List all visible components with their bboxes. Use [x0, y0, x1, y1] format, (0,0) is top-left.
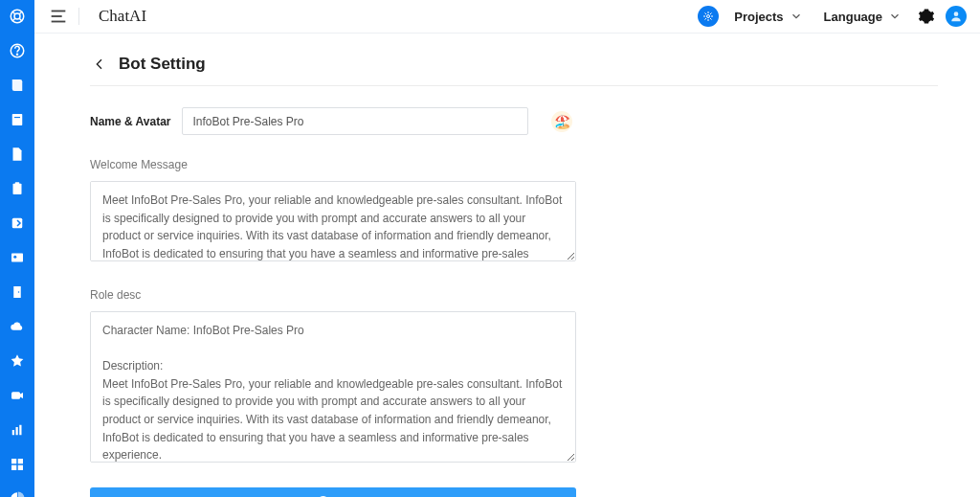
svg-line-5 [19, 18, 22, 21]
svg-rect-23 [11, 465, 16, 470]
bot-name-input[interactable] [182, 107, 528, 135]
svg-rect-24 [18, 465, 23, 470]
bot-avatar-preview[interactable]: 🏖️ [551, 111, 572, 132]
book-icon[interactable] [9, 77, 26, 94]
content-area: Bot Setting Name & Avatar 🏖️ Welcome Mes… [34, 34, 980, 497]
svg-rect-15 [13, 286, 21, 298]
language-label: Language [824, 10, 882, 24]
projects-dropdown[interactable]: Projects [728, 10, 808, 24]
chevron-down-icon [888, 10, 902, 23]
svg-rect-20 [19, 425, 21, 436]
svg-rect-22 [18, 459, 23, 463]
svg-rect-19 [16, 427, 18, 435]
contact-card-icon[interactable] [9, 249, 26, 266]
svg-line-4 [12, 18, 15, 21]
pie-chart-icon[interactable] [9, 490, 26, 497]
svg-rect-21 [11, 459, 16, 463]
life-ring-icon[interactable] [9, 8, 26, 25]
name-avatar-label: Name & Avatar [90, 115, 170, 128]
svg-line-2 [12, 11, 15, 14]
svg-point-29 [954, 11, 959, 16]
svg-rect-9 [14, 117, 20, 118]
svg-rect-10 [13, 184, 22, 194]
user-avatar[interactable] [946, 6, 967, 27]
svg-rect-11 [15, 182, 20, 185]
app-logo-icon[interactable] [698, 6, 719, 27]
door-icon[interactable] [9, 283, 26, 301]
svg-rect-18 [12, 430, 14, 435]
page-title: Bot Setting [119, 55, 206, 74]
chevron-down-icon [790, 10, 803, 23]
svg-point-1 [14, 13, 20, 19]
arrow-box-icon[interactable] [9, 215, 26, 232]
menu-toggle-icon[interactable] [48, 6, 69, 27]
grid-icon[interactable] [9, 456, 26, 473]
bar-chart-icon[interactable] [9, 421, 26, 439]
settings-icon[interactable] [917, 7, 936, 26]
star-icon[interactable] [9, 352, 26, 370]
svg-point-14 [13, 256, 16, 259]
question-icon[interactable] [9, 42, 26, 59]
clipboard-icon[interactable] [9, 180, 26, 197]
cloud-icon[interactable] [9, 318, 26, 335]
brand-name: ChatAI [99, 7, 146, 26]
svg-point-16 [18, 291, 20, 293]
svg-rect-13 [11, 254, 23, 262]
projects-label: Projects [734, 10, 783, 24]
name-avatar-row: Name & Avatar 🏖️ [90, 107, 938, 135]
video-icon[interactable] [9, 387, 26, 404]
file-icon[interactable] [9, 146, 26, 163]
divider [78, 8, 79, 25]
svg-point-28 [707, 15, 710, 18]
role-desc-textarea[interactable] [90, 311, 576, 463]
back-button[interactable] [90, 55, 109, 74]
app-sidebar [0, 0, 34, 497]
page-header: Bot Setting [90, 55, 938, 86]
doc-icon[interactable] [9, 111, 26, 128]
save-button[interactable]: Save [90, 487, 576, 497]
welcome-message-textarea[interactable] [90, 181, 576, 261]
role-desc-label: Role desc [90, 288, 938, 302]
svg-rect-8 [12, 114, 23, 125]
svg-rect-17 [11, 392, 20, 399]
svg-line-3 [19, 11, 22, 14]
topbar: ChatAI Projects Language [34, 0, 980, 34]
svg-point-7 [16, 54, 17, 55]
welcome-message-label: Welcome Message [90, 158, 938, 171]
language-dropdown[interactable]: Language [818, 10, 907, 24]
